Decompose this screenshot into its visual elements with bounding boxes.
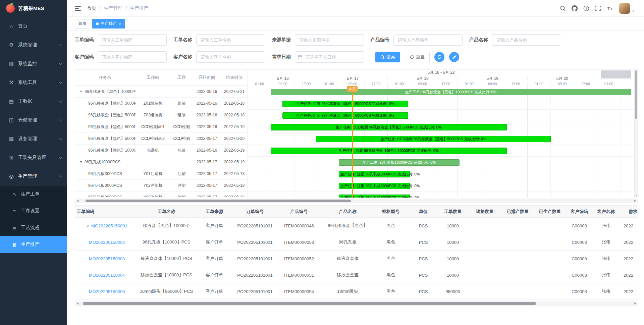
demand-date-input[interactable] (295, 51, 364, 63)
work-order-link[interactable]: MO202205150003 (89, 256, 125, 261)
scroll-right-icon[interactable]: ▶ (633, 301, 638, 306)
orders-cell: 客户订单 (194, 272, 235, 278)
orders-row[interactable]: ∨MO202205150001移液盒【黑色】10000个客户订单PO202205… (75, 218, 638, 234)
sidebar-item-fixture[interactable]: ⊞工装夹具管理 (0, 148, 67, 167)
work-order-link[interactable]: MO202205150001 (91, 223, 127, 228)
scrollbar-track[interactable] (80, 199, 633, 203)
orders-col-header: 产品编号 (275, 209, 323, 215)
source-doc-input[interactable] (295, 34, 364, 46)
orders-row[interactable]: MO20220515000296孔孔板【10000】PCS客户订单PO20220… (75, 234, 638, 251)
customer-name-input[interactable] (196, 51, 265, 63)
customer-code-input[interactable] (98, 51, 167, 63)
task-start-date: 2022-05-16 (193, 124, 221, 129)
gantt-bar-task[interactable]: 生产任务: 注塑 96孔孔板3000PCS 完成比例: 0% (339, 171, 410, 177)
sidebar-submenu: ✎生产工单≡工序设置≣工艺流程▦生产排产 (0, 186, 67, 253)
work-order-link[interactable]: MO202205150005 (89, 289, 125, 294)
orders-row[interactable]: MO202205150004移液盒盒盖【10000】PCS客户订单PO20220… (75, 267, 638, 283)
github-icon[interactable] (572, 5, 578, 11)
orders-horizontal-scrollbar[interactable]: ◀ ▶ (75, 301, 638, 306)
sidebar-item-process-settings[interactable]: ≡工序设置 (0, 203, 67, 219)
sidebar-item-home[interactable]: ⌂首页 (0, 17, 67, 36)
sidebar-item-system-monitor[interactable]: ▥系统监控 (0, 54, 67, 73)
gantt-bar-task[interactable]: 生产任务: 注塑 96孔孔板3000PCS 完成比例: 0% (339, 195, 410, 198)
gantt-task-row[interactable]: 96孔孔板3000PCSY01注塑机注塑2022-05-172022-05-18 (75, 168, 248, 180)
work-order-code-input[interactable] (98, 34, 167, 46)
gantt-task-row[interactable]: 96孔移液盒【黑色】5000PCSZ02组装机组装2022-05-162022-… (75, 109, 248, 121)
gantt-task-row[interactable]: 96孔移液盒【黑色】5000PCSZ01组装机组装2022-05-162022-… (75, 98, 248, 109)
task-station: Y01注塑机 (136, 171, 170, 177)
scroll-right-icon[interactable]: ▶ (633, 199, 638, 203)
fullscreen-icon[interactable] (595, 5, 601, 11)
sidebar-item-equipment[interactable]: ▦设备管理 (0, 129, 67, 148)
work-order-link[interactable]: MO202205150002 (89, 240, 125, 245)
font-size-icon[interactable]: TT (607, 5, 613, 11)
gantt-bar-task[interactable]: 生产任务: CCD检测 96孔移液盒【黑色】5000PCS 完成比例: 0% (271, 124, 507, 130)
work-order-link[interactable]: MO202205150004 (89, 273, 125, 278)
help-icon[interactable]: ? (583, 5, 589, 11)
sidebar-item-master-data[interactable]: ▤主数据 (0, 92, 67, 111)
gantt-task-row[interactable]: 96孔孔板3000PCSY02注塑机注塑2022-05-172022-05-18 (75, 180, 248, 192)
gantt-panel: 任务名工作站工序开始时间结束时间 ▼96孔移液盒【黑色】10000PCS2022… (75, 69, 638, 198)
breadcrumb-item[interactable]: 生产管理 (104, 5, 122, 11)
work-order-name-input[interactable] (196, 34, 265, 46)
sidebar-item-scheduling[interactable]: ▦生产排产 (0, 236, 67, 253)
gantt-horizontal-scrollbar[interactable]: ◀ ▶ (75, 199, 638, 203)
expand-row-icon[interactable]: ∨ (86, 224, 89, 228)
app-logo[interactable]: 苦糖果MES (0, 0, 67, 17)
scrollbar-thumb[interactable] (83, 302, 536, 305)
gantt-bar-order[interactable]: 生产工单: 96孔孔板10000PCS 完成比例: 0% (339, 159, 460, 166)
orders-cell: PCS (409, 256, 437, 261)
gantt-bar-task[interactable]: 生产任务: 注塑 96孔孔板3000PCS 完成比例: 0% (339, 183, 410, 189)
gantt-chart-row: 生产任务: 组装 96孔移液盒【黑色】5000PCS 完成比例: 0% (248, 110, 634, 121)
gantt-vertical-scrollbar[interactable]: ▾ (634, 70, 638, 198)
task-process: CCD检测 (170, 124, 193, 130)
orders-row[interactable]: MO202205150003移液盒盒体【10000】PCS客户订单PO20220… (75, 251, 638, 267)
collapse-icon[interactable]: ▼ (79, 90, 83, 93)
sidebar-item-system-tools[interactable]: ⚒系统工具 (0, 73, 67, 92)
sidebar-item-production[interactable]: ◎生产管理 (0, 167, 67, 186)
edit-button[interactable] (449, 52, 459, 62)
scroll-down-icon[interactable]: ▾ (635, 194, 638, 197)
gantt-task-row[interactable]: 96孔移液盒【黑色】5000PCSCCD检测#01CCD检测2022-05-16… (75, 121, 248, 133)
breadcrumb-item[interactable]: 生产排产 (130, 5, 149, 11)
refresh-gantt-button[interactable] (434, 52, 444, 62)
breadcrumb-item[interactable]: 首页 (87, 5, 96, 11)
gantt-task-row[interactable]: ▼96孔移液盒【黑色】10000PCS2022-05-162022-05-21 (75, 86, 248, 98)
sidebar-item-process-flow[interactable]: ≣工艺流程 (0, 219, 67, 236)
gantt-task-row[interactable]: 96孔移液盒【黑色】10000PCS包装机包装2022-05-162022-05… (75, 145, 248, 156)
orders-row[interactable]: MO20220515000510mm吸头【960000】PCS客户订单PO202… (75, 283, 638, 300)
gantt-task-row[interactable]: 96孔移液盒【黑色】5000PCSCCD检测#02CCD检测2022-05-17… (75, 133, 248, 145)
gantt-chart-area: 生产工单: 96孔移液盒【黑色】10000PCS 完成比例: 0%生产任务: 组… (248, 86, 634, 198)
tab-home[interactable]: 首页 (75, 19, 90, 29)
warehouse-icon: ◫ (8, 117, 15, 123)
task-start-date: 2022-05-17 (193, 171, 221, 176)
search-button[interactable]: 搜索 (375, 52, 400, 62)
gantt-task-row[interactable]: ▼96孔孔板10000PCS2022-05-172022-05-19 (75, 156, 248, 168)
gantt-task-row[interactable]: 96孔孔板3000PCSY03注塑机注塑2022-05-172022-05-18 (75, 192, 248, 197)
menu-toggle-icon[interactable] (75, 6, 81, 11)
gantt-bar-task[interactable]: 生产任务: 组装 96孔移液盒【黑色】5000PCS 完成比例: 0% (282, 112, 409, 119)
close-icon[interactable]: × (119, 21, 121, 26)
scroll-left-icon[interactable]: ◀ (75, 301, 80, 306)
orders-table: 工单编码工单名称工单来源订单编号产品编号产品名称规格型号单位工单数量调整数量已排… (75, 205, 638, 300)
search-icon[interactable] (560, 5, 566, 11)
scroll-left-icon[interactable]: ◀ (75, 199, 80, 203)
avatar[interactable] (619, 3, 630, 14)
gantt-bar-order[interactable]: 生产工单: 96孔移液盒【黑色】10000PCS 完成比例: 0% (271, 89, 631, 95)
sidebar-item-system-management[interactable]: ⚙系统管理 (0, 36, 67, 54)
scrollbar-thumb[interactable] (635, 70, 637, 119)
task-name: 96孔孔板3000PCS (88, 195, 122, 198)
collapse-icon[interactable]: ▼ (79, 160, 83, 164)
sidebar-item-warehouse[interactable]: ◫仓储管理 (0, 111, 67, 129)
home-icon: ⌂ (8, 23, 15, 29)
gantt-bar-task[interactable]: 生产任务: CCD检测 96孔移液盒【黑色】5000PCS 完成比例: 0% (316, 136, 551, 142)
reset-button[interactable]: 重置 (405, 52, 430, 62)
product-name-input[interactable] (492, 34, 561, 46)
sidebar-item-work-order[interactable]: ✎生产工单 (0, 186, 67, 203)
tab-scheduling[interactable]: 生产排产× (92, 19, 125, 29)
scrollbar-track[interactable] (80, 302, 633, 305)
scrollbar-thumb[interactable] (86, 200, 351, 202)
gantt-bar-task[interactable]: 生产任务: 包装 96孔移液盒【黑色】10000PCS 完成比例: 0% (271, 148, 507, 154)
product-code-input[interactable] (393, 34, 463, 46)
gantt-bar-task[interactable]: 生产任务: 组装 96孔移液盒【黑色】5000PCS 完成比例: 0% (282, 101, 409, 107)
